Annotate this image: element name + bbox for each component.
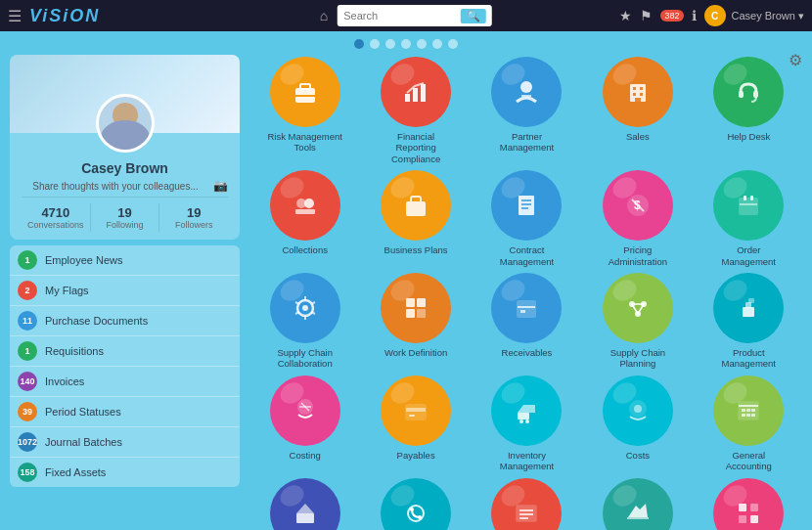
icon-circle-costing <box>270 375 340 446</box>
app-icon-costing[interactable]: Costing <box>251 375 358 472</box>
dot-5[interactable] <box>417 39 427 49</box>
app-icon-building[interactable]: Sales <box>584 57 691 164</box>
nav-item-fixed-assets[interactable]: 158 Fixed Assets <box>10 458 240 487</box>
icon-circle-inventory <box>491 375 562 446</box>
nav-item-label: Employee News <box>45 254 232 266</box>
settings-gear-icon[interactable]: ⚙ <box>789 51 802 69</box>
app-icon-headset[interactable]: Help Desk <box>696 57 802 164</box>
stat-followers-num: 19 <box>161 205 226 220</box>
username-label[interactable]: Casey Brown ▾ <box>732 10 804 22</box>
svg-rect-15 <box>753 91 758 98</box>
app-icon-collections[interactable]: Collections <box>251 170 358 267</box>
app-icon-scplanning[interactable]: Supply ChainPlanning <box>584 273 691 370</box>
star-icon[interactable]: ★ <box>619 8 632 23</box>
app-icon-news[interactable]: News <box>474 478 580 530</box>
svg-point-78 <box>410 508 414 511</box>
icon-circle-receivables <box>491 273 562 343</box>
app-icon-briefcase[interactable]: Risk ManagementTools <box>251 57 358 164</box>
app-icon-payables[interactable]: Payables <box>362 375 469 472</box>
stat-followers-label: Followers <box>161 220 226 230</box>
app-label-supply: Supply ChainCollaboration <box>277 347 333 370</box>
svg-marker-64 <box>518 405 535 413</box>
app-logo: ViSiON <box>29 6 100 26</box>
nav-list: 1 Employee News 2 My Flags 11 Purchase D… <box>10 245 240 487</box>
svg-point-66 <box>634 405 642 413</box>
svg-rect-74 <box>751 414 755 417</box>
app-icon-briefcase2[interactable]: Business Plans <box>362 170 469 267</box>
icon-circle-briefcase <box>270 57 340 127</box>
svg-line-50 <box>632 304 638 314</box>
stat-conversations-num: 4710 <box>23 205 88 220</box>
profile-status-text[interactable]: Share thoughts with your colleagues... <box>22 181 209 192</box>
home-icon[interactable]: ⌂ <box>320 8 328 23</box>
dot-3[interactable] <box>385 39 395 49</box>
app-icon-contract[interactable]: ContractManagement <box>474 170 580 267</box>
app-icon-costs[interactable]: Costs <box>584 375 691 472</box>
app-icon-inventory[interactable]: InventoryManagement <box>474 375 580 472</box>
app-icon-order[interactable]: Order Management <box>696 170 802 267</box>
icon-circle-work <box>381 273 451 343</box>
search-input[interactable] <box>343 10 461 22</box>
top-nav: ☰ ViSiON ⌂ 🔍 ★ ⚑ 382 ℹ C Casey Brown ▾ <box>0 0 812 31</box>
nav-icons: ★ ⚑ 382 ℹ <box>619 8 696 23</box>
app-icon-accounting[interactable]: General Accounting <box>696 375 802 472</box>
svg-point-17 <box>304 199 314 208</box>
svg-point-77 <box>408 506 424 521</box>
app-icon-procurement[interactable]: Procurement <box>362 478 469 530</box>
nav-item-requisitions[interactable]: 1 Requisitions <box>10 336 240 367</box>
nav-item-my-flags[interactable]: 2 My Flags <box>10 276 240 306</box>
nav-badge-circle: 1 <box>18 341 37 361</box>
app-icon-assets[interactable]: Assets <box>251 478 358 530</box>
svg-rect-39 <box>406 298 415 307</box>
svg-rect-13 <box>635 98 641 102</box>
nav-item-label: Invoices <box>45 375 232 387</box>
svg-rect-70 <box>746 409 750 412</box>
icon-circle-building <box>603 57 673 127</box>
app-icon-pricing[interactable]: $ PricingAdministration <box>584 170 691 267</box>
camera-icon[interactable]: 📷 <box>213 179 228 193</box>
dot-7[interactable] <box>448 39 458 49</box>
svg-rect-59 <box>406 408 426 412</box>
icon-circle-payables <box>381 375 451 446</box>
stat-followers: 19 Followers <box>159 203 228 232</box>
nav-item-period-statuses[interactable]: 39 Period Statuses <box>10 397 240 427</box>
nav-item-purchase-documents[interactable]: 11 Purchase Documents <box>10 306 240 336</box>
dot-6[interactable] <box>432 39 442 49</box>
dot-4[interactable] <box>401 39 411 49</box>
svg-rect-71 <box>751 409 755 412</box>
svg-rect-84 <box>627 517 649 519</box>
info-icon[interactable]: ℹ <box>692 8 697 23</box>
dot-2[interactable] <box>370 39 380 49</box>
svg-rect-10 <box>640 87 643 90</box>
app-icon-chart[interactable]: Financial ReportingCompliance <box>362 57 469 164</box>
icon-circle-procurement <box>381 478 451 530</box>
icon-circle-accounting <box>713 375 784 446</box>
svg-rect-12 <box>640 93 643 96</box>
search-button[interactable]: 🔍 <box>461 9 486 23</box>
app-label-costs: Costs <box>626 450 650 461</box>
svg-rect-88 <box>750 515 758 523</box>
app-icon-product[interactable]: ProductManagement <box>696 273 802 370</box>
app-icon-receivables[interactable]: Receivables <box>474 273 580 370</box>
app-icon-hr[interactable]: HR <box>696 478 802 530</box>
icon-circle-product <box>713 273 784 343</box>
app-icon-travel[interactable]: Travel &Expenses <box>584 478 691 530</box>
nav-badge-circle: 158 <box>18 463 37 482</box>
app-label-headset: Help Desk <box>727 131 770 142</box>
app-icon-supply[interactable]: Supply ChainCollaboration <box>251 273 358 370</box>
app-label-handshake: PartnerManagement <box>500 131 554 154</box>
nav-item-employee-news[interactable]: 1 Employee News <box>10 245 240 276</box>
svg-rect-73 <box>746 414 750 417</box>
nav-item-invoices[interactable]: 140 Invoices <box>10 367 240 397</box>
notification-badge[interactable]: 382 <box>660 10 683 22</box>
app-icon-work[interactable]: Work Definition <box>362 273 469 370</box>
hamburger-icon[interactable]: ☰ <box>8 7 22 25</box>
app-icon-handshake[interactable]: PartnerManagement <box>474 57 580 164</box>
dot-1[interactable] <box>354 39 364 49</box>
svg-rect-20 <box>519 196 534 215</box>
icon-circle-collections <box>270 170 340 241</box>
svg-rect-45 <box>520 310 525 313</box>
nav-item-journal-batches[interactable]: 1072 Journal Batches <box>10 427 240 458</box>
flag-icon[interactable]: ⚑ <box>640 8 653 23</box>
icon-circle-order <box>713 170 784 241</box>
